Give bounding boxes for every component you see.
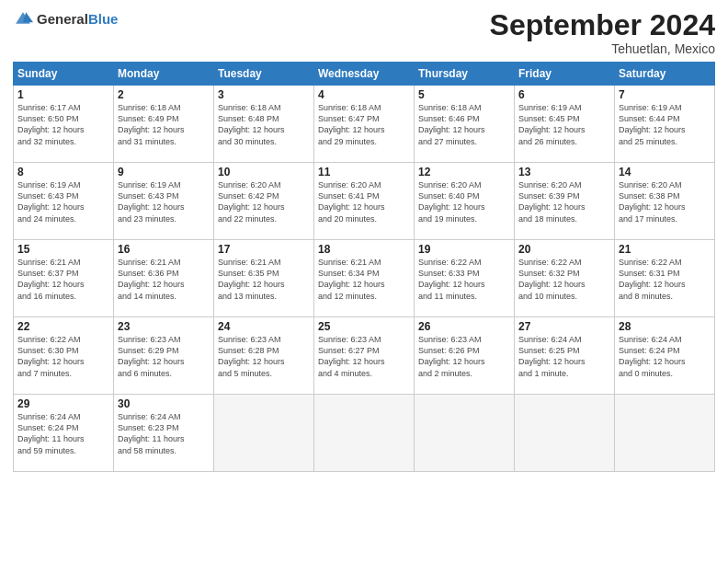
logo-general: General [37, 11, 88, 27]
day-number: 16 [118, 243, 210, 256]
day-number: 22 [17, 320, 109, 333]
table-row: 27Sunrise: 6:24 AMSunset: 6:25 PMDayligh… [515, 317, 615, 395]
table-row: 3Sunrise: 6:18 AMSunset: 6:48 PMDaylight… [214, 86, 314, 163]
table-row: 11Sunrise: 6:20 AMSunset: 6:41 PMDayligh… [314, 163, 415, 240]
day-number: 26 [418, 320, 510, 333]
table-row: 24Sunrise: 6:23 AMSunset: 6:28 PMDayligh… [214, 317, 314, 395]
day-info: Sunrise: 6:19 AMSunset: 6:45 PMDaylight:… [518, 103, 586, 145]
day-info: Sunrise: 6:19 AMSunset: 6:44 PMDaylight:… [619, 103, 686, 145]
logo-text: GeneralBlue [37, 11, 118, 28]
col-sunday: Sunday [14, 63, 114, 86]
day-info: Sunrise: 6:24 AMSunset: 6:24 PMDaylight:… [619, 335, 686, 377]
table-row [314, 395, 415, 472]
table-row: 15Sunrise: 6:21 AMSunset: 6:37 PMDayligh… [14, 240, 114, 317]
col-wednesday: Wednesday [314, 63, 415, 86]
day-info: Sunrise: 6:21 AMSunset: 6:36 PMDaylight:… [118, 258, 185, 300]
table-row [214, 395, 314, 472]
day-number: 5 [418, 88, 510, 101]
day-number: 6 [518, 88, 610, 101]
table-row: 23Sunrise: 6:23 AMSunset: 6:29 PMDayligh… [114, 317, 214, 395]
day-number: 20 [518, 243, 610, 256]
calendar-week-row: 29Sunrise: 6:24 AMSunset: 6:24 PMDayligh… [14, 395, 715, 472]
day-info: Sunrise: 6:24 AMSunset: 6:24 PMDaylight:… [17, 412, 85, 454]
day-number: 9 [118, 166, 210, 178]
day-info: Sunrise: 6:18 AMSunset: 6:49 PMDaylight:… [118, 103, 185, 145]
col-friday: Friday [515, 63, 615, 86]
day-info: Sunrise: 6:19 AMSunset: 6:43 PMDaylight:… [118, 180, 185, 223]
table-row [415, 395, 515, 472]
day-info: Sunrise: 6:20 AMSunset: 6:41 PMDaylight:… [318, 180, 385, 223]
day-info: Sunrise: 6:21 AMSunset: 6:37 PMDaylight:… [17, 258, 85, 300]
day-info: Sunrise: 6:20 AMSunset: 6:38 PMDaylight:… [619, 180, 686, 223]
day-number: 4 [318, 88, 410, 101]
day-info: Sunrise: 6:20 AMSunset: 6:42 PMDaylight:… [218, 180, 285, 223]
day-number: 14 [619, 166, 711, 178]
day-number: 8 [17, 166, 109, 178]
table-row: 12Sunrise: 6:20 AMSunset: 6:40 PMDayligh… [415, 163, 515, 240]
table-row: 6Sunrise: 6:19 AMSunset: 6:45 PMDaylight… [515, 86, 615, 163]
day-number: 27 [518, 320, 610, 333]
table-row: 16Sunrise: 6:21 AMSunset: 6:36 PMDayligh… [114, 240, 214, 317]
svg-marker-2 [23, 12, 33, 22]
header: GeneralBlue September 2024 Tehuetlan, Me… [13, 9, 715, 56]
day-info: Sunrise: 6:18 AMSunset: 6:46 PMDaylight:… [418, 103, 485, 145]
day-info: Sunrise: 6:21 AMSunset: 6:35 PMDaylight:… [218, 258, 285, 300]
logo-blue: Blue [88, 11, 119, 27]
calendar-week-row: 15Sunrise: 6:21 AMSunset: 6:37 PMDayligh… [14, 240, 715, 317]
table-row [515, 395, 615, 472]
table-row: 8Sunrise: 6:19 AMSunset: 6:43 PMDaylight… [14, 163, 114, 240]
table-row: 4Sunrise: 6:18 AMSunset: 6:47 PMDaylight… [314, 86, 415, 163]
location-title: Tehuetlan, Mexico [490, 41, 715, 56]
day-number: 1 [17, 88, 109, 101]
calendar-week-row: 8Sunrise: 6:19 AMSunset: 6:43 PMDaylight… [14, 163, 715, 240]
day-info: Sunrise: 6:18 AMSunset: 6:47 PMDaylight:… [318, 103, 385, 145]
day-number: 10 [218, 166, 310, 178]
table-row: 9Sunrise: 6:19 AMSunset: 6:43 PMDaylight… [114, 163, 214, 240]
day-info: Sunrise: 6:22 AMSunset: 6:32 PMDaylight:… [518, 258, 586, 300]
col-tuesday: Tuesday [214, 63, 314, 86]
col-saturday: Saturday [615, 63, 715, 86]
calendar-header-row: Sunday Monday Tuesday Wednesday Thursday… [14, 63, 715, 86]
table-row: 19Sunrise: 6:22 AMSunset: 6:33 PMDayligh… [415, 240, 515, 317]
day-number: 13 [518, 166, 610, 178]
table-row: 29Sunrise: 6:24 AMSunset: 6:24 PMDayligh… [14, 395, 114, 472]
logo-icon [13, 9, 33, 29]
table-row: 21Sunrise: 6:22 AMSunset: 6:31 PMDayligh… [615, 240, 715, 317]
day-number: 15 [17, 243, 109, 256]
table-row: 1Sunrise: 6:17 AMSunset: 6:50 PMDaylight… [14, 86, 114, 163]
table-row: 28Sunrise: 6:24 AMSunset: 6:24 PMDayligh… [615, 317, 715, 395]
day-info: Sunrise: 6:23 AMSunset: 6:29 PMDaylight:… [118, 335, 185, 377]
day-number: 24 [218, 320, 310, 333]
day-info: Sunrise: 6:20 AMSunset: 6:40 PMDaylight:… [418, 180, 485, 223]
day-info: Sunrise: 6:24 AMSunset: 6:23 PMDaylight:… [118, 412, 185, 454]
day-number: 17 [218, 243, 310, 256]
day-number: 25 [318, 320, 410, 333]
day-info: Sunrise: 6:22 AMSunset: 6:31 PMDaylight:… [619, 258, 686, 300]
table-row: 22Sunrise: 6:22 AMSunset: 6:30 PMDayligh… [14, 317, 114, 395]
day-info: Sunrise: 6:19 AMSunset: 6:43 PMDaylight:… [17, 180, 85, 223]
day-number: 23 [118, 320, 210, 333]
day-info: Sunrise: 6:20 AMSunset: 6:39 PMDaylight:… [518, 180, 586, 223]
day-info: Sunrise: 6:23 AMSunset: 6:27 PMDaylight:… [318, 335, 385, 377]
day-info: Sunrise: 6:22 AMSunset: 6:33 PMDaylight:… [418, 258, 485, 300]
day-info: Sunrise: 6:23 AMSunset: 6:28 PMDaylight:… [218, 335, 285, 377]
day-number: 28 [619, 320, 711, 333]
day-number: 30 [118, 397, 210, 410]
table-row: 14Sunrise: 6:20 AMSunset: 6:38 PMDayligh… [615, 163, 715, 240]
title-block: September 2024 Tehuetlan, Mexico [490, 9, 715, 56]
day-info: Sunrise: 6:18 AMSunset: 6:48 PMDaylight:… [218, 103, 285, 145]
table-row: 30Sunrise: 6:24 AMSunset: 6:23 PMDayligh… [114, 395, 214, 472]
table-row: 26Sunrise: 6:23 AMSunset: 6:26 PMDayligh… [415, 317, 515, 395]
table-row [615, 395, 715, 472]
day-number: 19 [418, 243, 510, 256]
month-title: September 2024 [490, 9, 715, 41]
table-row: 2Sunrise: 6:18 AMSunset: 6:49 PMDaylight… [114, 86, 214, 163]
day-number: 7 [619, 88, 711, 101]
day-number: 18 [318, 243, 410, 256]
table-row: 25Sunrise: 6:23 AMSunset: 6:27 PMDayligh… [314, 317, 415, 395]
logo: GeneralBlue [13, 9, 118, 29]
day-number: 2 [118, 88, 210, 101]
calendar-table: Sunday Monday Tuesday Wednesday Thursday… [13, 62, 715, 472]
day-info: Sunrise: 6:22 AMSunset: 6:30 PMDaylight:… [17, 335, 85, 377]
day-info: Sunrise: 6:17 AMSunset: 6:50 PMDaylight:… [17, 103, 85, 145]
